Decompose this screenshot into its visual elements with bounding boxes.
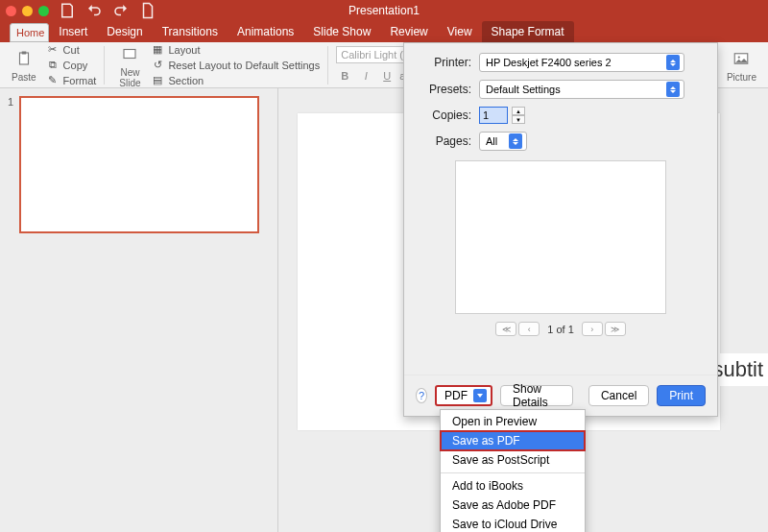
tab-view[interactable]: View: [438, 21, 482, 42]
menu-save-icloud[interactable]: Save to iCloud Drive: [441, 515, 585, 532]
slide-number: 1: [8, 96, 13, 233]
tab-animations[interactable]: Animations: [228, 21, 303, 42]
reset-label: Reset Layout to Default Settings: [168, 60, 320, 71]
dropdown-icon: [666, 82, 680, 97]
printer-value: HP Deskjet F2400 series 2: [486, 57, 612, 68]
minimize-window-icon[interactable]: [22, 6, 33, 16]
picture-button[interactable]: Picture: [721, 45, 762, 85]
layout-button[interactable]: ▦Layout: [151, 43, 320, 57]
svg-point-4: [738, 56, 740, 58]
section-label: Section: [168, 75, 204, 86]
window-controls: [6, 6, 49, 16]
bold-button[interactable]: B: [336, 68, 353, 84]
separator: [327, 46, 328, 85]
pages-value: All: [486, 135, 497, 147]
redo-icon[interactable]: [112, 2, 130, 19]
clipboard-icon: [15, 50, 33, 67]
slide-group: ▦Layout ↺Reset Layout to Default Setting…: [151, 43, 320, 87]
brush-icon: ✎: [46, 74, 60, 87]
printer-label: Printer:: [418, 56, 471, 69]
tab-shape-format[interactable]: Shape Format: [482, 21, 574, 42]
layout-label: Layout: [168, 44, 200, 56]
dropdown-icon: [509, 133, 522, 149]
reset-layout-button[interactable]: ↺Reset Layout to Default Settings: [151, 59, 320, 72]
pager-status: 1 of 1: [547, 324, 574, 335]
title-bar: Presentation1: [0, 0, 768, 21]
section-button[interactable]: ▤Section: [151, 74, 320, 87]
layout-icon: ▦: [151, 43, 164, 57]
stepper-up-icon[interactable]: ▲: [512, 107, 525, 115]
svg-rect-1: [22, 52, 27, 55]
presets-select[interactable]: Default Settings: [479, 80, 684, 99]
dropdown-icon: [666, 55, 680, 70]
show-details-button[interactable]: Show Details: [500, 385, 573, 406]
new-slide-label: New Slide: [119, 67, 140, 88]
tab-review[interactable]: Review: [380, 21, 437, 42]
slide-thumbnails-panel: 1: [0, 88, 278, 532]
italic-button[interactable]: I: [357, 68, 374, 84]
print-preview: [455, 160, 666, 314]
undo-icon[interactable]: [85, 2, 103, 19]
pager-last-button[interactable]: ≫: [605, 322, 626, 336]
pager-first-button[interactable]: ≪: [495, 322, 516, 336]
close-window-icon[interactable]: [6, 6, 16, 16]
menu-save-as-postscript[interactable]: Save as PostScript: [441, 450, 585, 470]
copies-stepper[interactable]: ▲▼: [512, 107, 525, 124]
menu-save-adobe-pdf[interactable]: Save as Adobe PDF: [441, 496, 585, 515]
copies-label: Copies:: [418, 109, 471, 122]
tab-insert[interactable]: Insert: [49, 21, 97, 42]
stepper-down-icon[interactable]: ▼: [512, 115, 525, 124]
save-icon[interactable]: [59, 2, 76, 19]
printer-select[interactable]: HP Deskjet F2400 series 2: [479, 53, 684, 72]
presets-value: Default Settings: [486, 84, 561, 95]
chevron-down-icon: [473, 389, 487, 402]
menu-add-to-ibooks[interactable]: Add to iBooks: [441, 476, 585, 496]
paste-button[interactable]: Paste: [6, 45, 42, 85]
picture-label: Picture: [727, 72, 756, 83]
svg-rect-2: [124, 49, 135, 58]
paste-label: Paste: [12, 72, 36, 83]
cancel-button[interactable]: Cancel: [588, 385, 649, 406]
clipboard-group: ✂Cut ⧉Copy ✎Format: [46, 43, 97, 87]
cut-button[interactable]: ✂Cut: [46, 43, 97, 57]
format-painter-button[interactable]: ✎Format: [46, 74, 97, 87]
help-button[interactable]: ?: [416, 388, 427, 403]
menu-open-preview[interactable]: Open in Preview: [441, 412, 585, 431]
slide-preview: [19, 96, 259, 233]
pdf-label: PDF: [444, 389, 468, 402]
scissors-icon: ✂: [46, 43, 60, 57]
preview-pager: ≪‹ 1 of 1 ›≫: [418, 322, 704, 336]
print-button[interactable]: Print: [657, 385, 706, 406]
copy-icon: ⧉: [46, 59, 60, 72]
copy-label: Copy: [63, 60, 88, 71]
picture-icon: [732, 50, 750, 67]
tab-transitions[interactable]: Transitions: [153, 21, 228, 42]
pdf-dropdown-button[interactable]: PDF: [435, 385, 492, 406]
new-slide-button[interactable]: New Slide: [112, 40, 147, 90]
pdf-menu: Open in Preview Save as PDF Save as Post…: [440, 409, 586, 532]
menu-save-as-pdf[interactable]: Save as PDF: [441, 431, 585, 450]
separator: [104, 46, 105, 85]
slide-thumbnail-1[interactable]: 1: [8, 96, 270, 233]
copies-input[interactable]: [479, 107, 508, 124]
format-label: Format: [63, 75, 97, 86]
copy-button[interactable]: ⧉Copy: [46, 59, 97, 72]
svg-rect-0: [19, 53, 28, 64]
pages-label: Pages:: [418, 134, 471, 148]
tab-slideshow[interactable]: Slide Show: [303, 21, 380, 42]
reset-icon: ↺: [151, 59, 164, 72]
new-file-icon[interactable]: [139, 2, 156, 19]
pages-select[interactable]: All: [479, 132, 527, 151]
quick-access-toolbar: [59, 2, 156, 19]
menu-separator: [441, 472, 585, 473]
presets-label: Presets:: [418, 83, 471, 96]
zoom-window-icon[interactable]: [38, 6, 49, 16]
tab-home[interactable]: Home: [10, 23, 49, 42]
new-slide-icon: [121, 45, 138, 62]
section-icon: ▤: [151, 74, 164, 87]
print-dialog: Printer: HP Deskjet F2400 series 2 Prese…: [403, 42, 718, 417]
pager-next-button[interactable]: ›: [582, 322, 603, 336]
pager-prev-button[interactable]: ‹: [518, 322, 540, 336]
underline-button[interactable]: U: [378, 68, 396, 84]
cut-label: Cut: [63, 44, 80, 56]
